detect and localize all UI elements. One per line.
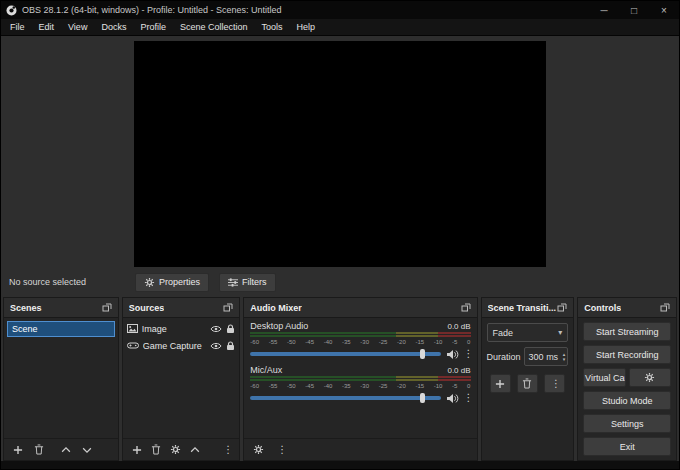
scenes-list: Scene [4, 318, 118, 438]
remove-scene-button[interactable] [34, 444, 44, 455]
status-bar [1, 461, 679, 469]
scene-transitions-title: Scene Transiti... [488, 303, 557, 313]
transition-select[interactable]: Fade ▾ [487, 323, 569, 342]
dock-row: Scenes Scene Sources [1, 297, 679, 461]
remove-transition-button[interactable] [517, 374, 538, 393]
virtual-cam-settings-button[interactable] [629, 368, 671, 387]
mixer-channels: Desktop Audio 0.0 dB -60-55-50-45-40-35-… [244, 318, 476, 438]
source-row-game-capture[interactable]: Game Capture [123, 337, 240, 354]
visibility-eye-icon[interactable] [210, 325, 222, 333]
audio-mixer-panel: Audio Mixer Desktop Audio 0.0 dB -60-55-… [243, 297, 477, 461]
volume-meter [250, 379, 470, 381]
popout-icon[interactable] [102, 303, 112, 312]
preview-canvas[interactable] [134, 41, 546, 267]
transitions-body: Fade ▾ Duration 300 ms ▴ ▾ [482, 318, 574, 460]
source-up-button[interactable] [190, 447, 200, 453]
controls-header[interactable]: Controls [578, 298, 676, 318]
add-source-button[interactable] [132, 445, 142, 455]
source-row-image[interactable]: Image [123, 320, 240, 337]
menu-scene-collection[interactable]: Scene Collection [173, 19, 255, 35]
maximize-button[interactable]: □ [619, 1, 649, 19]
source-status-text: No source selected [9, 277, 135, 287]
speaker-icon[interactable] [446, 393, 459, 404]
scenes-panel: Scenes Scene [3, 297, 119, 461]
source-properties-gear-icon[interactable] [170, 444, 181, 455]
duration-label: Duration [487, 352, 521, 362]
image-icon [127, 324, 138, 333]
chevron-down-icon: ▾ [558, 328, 562, 337]
menu-file[interactable]: File [3, 19, 32, 35]
visibility-eye-icon[interactable] [210, 342, 222, 350]
obs-logo-icon [6, 5, 17, 16]
sources-panel: Sources Image [122, 297, 241, 461]
sources-more-dots[interactable]: ⋮ [223, 445, 230, 455]
popout-icon[interactable] [461, 303, 471, 312]
menu-profile[interactable]: Profile [133, 19, 173, 35]
popout-icon[interactable] [557, 303, 567, 312]
volume-meter [250, 335, 470, 337]
meter-scale: -60-55-50-45-40-35-30-25-20-15-10-50 [250, 382, 470, 390]
scene-up-button[interactable] [61, 447, 71, 453]
add-transition-button[interactable] [490, 374, 511, 393]
close-button[interactable]: × [649, 1, 679, 19]
menu-bar: File Edit View Docks Profile Scene Colle… [1, 19, 679, 36]
obs-window: OBS 28.1.2 (64-bit, windows) - Profile: … [0, 0, 680, 470]
popout-icon[interactable] [223, 303, 233, 312]
title-bar[interactable]: OBS 28.1.2 (64-bit, windows) - Profile: … [1, 1, 679, 19]
volume-slider[interactable] [250, 396, 440, 400]
mixer-channel-desktop-audio: Desktop Audio 0.0 dB -60-55-50-45-40-35-… [244, 318, 476, 362]
controls-panel: Controls Start Streaming Start Recording… [577, 297, 677, 461]
spin-down-icon[interactable]: ▾ [563, 357, 566, 362]
channel-options-dots[interactable]: ⋮ [464, 349, 471, 359]
volume-slider[interactable] [250, 352, 440, 356]
volume-meter [250, 376, 470, 378]
popout-icon[interactable] [660, 303, 670, 312]
scenes-header[interactable]: Scenes [4, 298, 118, 318]
remove-source-button[interactable] [151, 444, 161, 455]
start-recording-button[interactable]: Start Recording [583, 345, 671, 364]
settings-button[interactable]: Settings [583, 414, 671, 433]
start-virtual-cam-button[interactable]: rt Virtual Cam [583, 368, 625, 387]
advanced-audio-gear-icon[interactable] [253, 444, 264, 455]
studio-mode-button[interactable]: Studio Mode [583, 391, 671, 410]
scene-down-button[interactable] [82, 447, 92, 453]
lock-icon[interactable] [226, 341, 235, 351]
duration-spinner[interactable]: 300 ms ▴ ▾ [524, 347, 569, 366]
volume-slider-handle[interactable] [420, 349, 425, 359]
start-streaming-button[interactable]: Start Streaming [583, 322, 671, 341]
mixer-toolbar: ⋮ [244, 438, 476, 460]
properties-button[interactable]: Properties [135, 273, 209, 292]
preview-toolbar: No source selected Properties Filters [1, 267, 679, 297]
scenes-toolbar [4, 438, 118, 460]
menu-docks[interactable]: Docks [94, 19, 133, 35]
menu-edit[interactable]: Edit [32, 19, 62, 35]
exit-button[interactable]: Exit [583, 437, 671, 456]
scene-list-item[interactable]: Scene [7, 321, 115, 337]
channel-name: Mic/Aux [250, 365, 282, 375]
gear-icon [144, 277, 155, 288]
sources-header[interactable]: Sources [123, 298, 240, 318]
menu-tools[interactable]: Tools [254, 19, 289, 35]
window-controls: ─ □ × [589, 1, 679, 19]
mixer-more-dots[interactable]: ⋮ [277, 445, 284, 455]
mixer-channel-mic-aux: Mic/Aux 0.0 dB -60-55-50-45-40-35-30-25-… [244, 362, 476, 406]
transition-properties-dots[interactable]: ⋮ [544, 374, 565, 393]
filters-button[interactable]: Filters [219, 273, 276, 292]
channel-options-dots[interactable]: ⋮ [464, 393, 471, 403]
scene-transitions-header[interactable]: Scene Transiti... [482, 298, 574, 318]
controls-body: Start Streaming Start Recording rt Virtu… [578, 318, 676, 460]
audio-mixer-header[interactable]: Audio Mixer [244, 298, 476, 318]
volume-meter [250, 332, 470, 334]
volume-slider-handle[interactable] [420, 393, 425, 403]
menu-view[interactable]: View [61, 19, 94, 35]
spinner-arrows[interactable]: ▴ ▾ [563, 352, 566, 362]
window-title: OBS 28.1.2 (64-bit, windows) - Profile: … [22, 5, 282, 15]
add-scene-button[interactable] [13, 445, 23, 455]
lock-icon[interactable] [226, 324, 235, 334]
scene-transitions-panel: Scene Transiti... Fade ▾ Duration 300 ms… [481, 297, 575, 461]
minimize-button[interactable]: ─ [589, 1, 619, 19]
menu-help[interactable]: Help [289, 19, 322, 35]
scenes-title: Scenes [10, 303, 42, 313]
channel-level: 0.0 dB [447, 322, 470, 331]
speaker-icon[interactable] [446, 349, 459, 360]
